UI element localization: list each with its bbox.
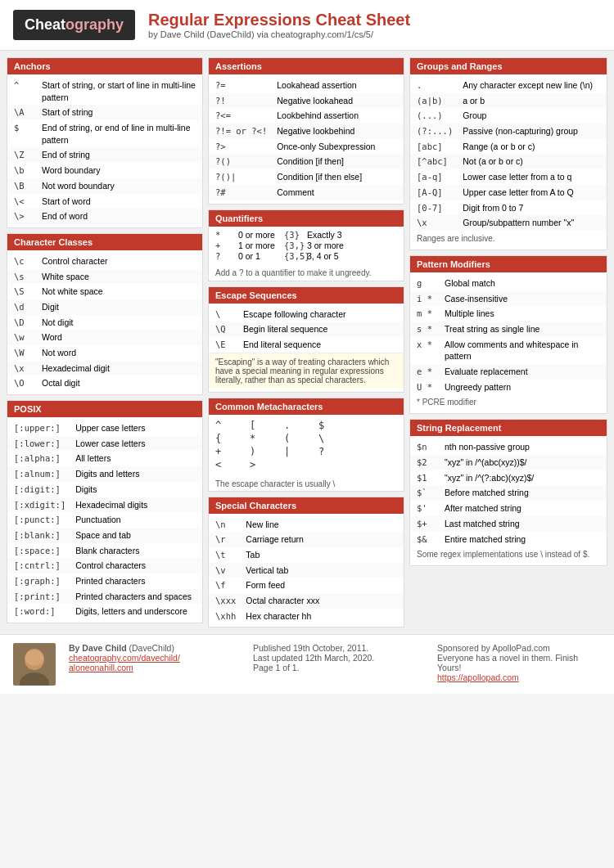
special-chars-body: \nNew line \rCarriage return \tTab \vVer… — [209, 514, 404, 627]
table-row: [:print:]Printed characters and spaces — [7, 589, 202, 605]
table-row: (a|b)a or b — [410, 93, 607, 109]
escape-seq-header: Escape Sequences — [209, 287, 404, 304]
footer-sponsor-text: Everyone has a novel in them. Finish You… — [437, 653, 601, 672]
table-row: ?()Condition [if then] — [209, 154, 404, 169]
pattern-mod-header: Pattern Modifiers — [410, 256, 607, 272]
quantifiers-grid: * 0 or more {3} Exactly 3 + 1 or more {3… — [209, 227, 404, 265]
table-row: ?=Lookahead assertion — [209, 78, 404, 93]
ranges-note: Ranges are inclusive. — [410, 231, 607, 246]
table-row: \rCarriage return — [209, 532, 404, 547]
table-row: (...)Group — [410, 108, 607, 124]
common-meta-section: Common Metacharacters ^ [ . $ { * ( \ + … — [208, 398, 404, 492]
table-row: $+Last matched string — [410, 516, 607, 532]
escape-seq-table: \Escape following character \QBegin lite… — [209, 307, 404, 353]
char-classes-body: \cControl character \sWhite space \SNot … — [7, 250, 202, 394]
table-row: [^abc]Not (a or b or c) — [410, 154, 607, 169]
pattern-mod-section: Pattern Modifiers gGlobal match i *Case-… — [409, 255, 607, 415]
str-rep-note: Some regex implementations use \ instead… — [410, 546, 607, 562]
left-column: Anchors ^Start of string, or start of li… — [7, 57, 203, 627]
footer-sponsor-link[interactable]: https://apollopad.com — [437, 672, 519, 682]
q-row: * 0 or more {3} Exactly 3 — [215, 230, 397, 240]
table-row: \fForm feed — [209, 578, 404, 593]
char-classes-table: \cControl character \sWhite space \SNot … — [7, 254, 202, 391]
page-header: Cheatography Regular Expressions Cheat S… — [0, 0, 614, 51]
table-row: ?!Negative lookahead — [209, 93, 404, 109]
page-title: Regular Expressions Cheat Sheet — [148, 11, 410, 29]
table-row: \sWhite space — [7, 269, 202, 285]
groups-ranges-section: Groups and Ranges .Any character except … — [409, 57, 607, 250]
anchors-section: Anchors ^Start of string, or start of li… — [7, 57, 203, 228]
table-row: [a-q]Lower case letter from a to q — [410, 169, 607, 185]
table-row: \xGroup/subpattern number "x" — [410, 215, 607, 231]
footer-author: By Dave Child (DaveChild) — [69, 643, 240, 653]
table-row: \cControl character — [7, 254, 202, 269]
table-row: \xHexadecimal digit — [7, 361, 202, 376]
meta-row: < > — [215, 459, 397, 470]
groups-ranges-header: Groups and Ranges — [410, 58, 607, 74]
table-row: [0-7]Digit from 0 to 7 — [410, 200, 607, 216]
table-row: ?<=Lookbehind assertion — [209, 108, 404, 124]
special-chars-header: Special Characters — [209, 497, 404, 514]
q-row: ? 0 or 1 {3,5} 3, 4 or 5 — [215, 251, 397, 261]
right-column: Groups and Ranges .Any character except … — [409, 57, 607, 627]
table-row: \xhhHex character hh — [209, 609, 404, 624]
table-row: s *Treat string as single line — [410, 322, 607, 337]
table-row: U *Ungreedy pattern — [410, 380, 607, 395]
table-row: [:word:]Digits, letters and underscore — [7, 604, 202, 619]
main-content: Anchors ^Start of string, or start of li… — [0, 51, 614, 634]
pattern-mod-table: gGlobal match i *Case-insensitive m *Mul… — [410, 276, 607, 395]
table-row: $`Before matched string — [410, 485, 607, 501]
escape-seq-section: Escape Sequences \Escape following chara… — [208, 286, 404, 393]
table-row: \EEnd literal sequence — [209, 337, 404, 353]
avatar-image — [13, 643, 56, 686]
table-row: e *Evaluate replacement — [410, 364, 607, 380]
footer-link-davechild[interactable]: cheatography.com/davechild/ — [69, 653, 180, 663]
pcre-note: * PCRE modifier — [410, 394, 607, 410]
footer-link-aloneonahill[interactable]: aloneonahill.com — [69, 663, 133, 672]
assertions-table: ?=Lookahead assertion ?!Negative lookahe… — [209, 78, 404, 200]
table-row: gGlobal match — [410, 276, 607, 291]
footer-sponsor-section: Sponsored by ApolloPad.com Everyone has … — [437, 643, 601, 682]
quantifiers-note: Add a ? to a quantifier to make it ungre… — [209, 265, 404, 281]
table-row: [:xdigit:]Hexadecimal digits — [7, 497, 202, 513]
table-row: (?:...)Passive (non-capturing) group — [410, 124, 607, 139]
posix-table: [:upper:]Upper case letters [:lower:]Low… — [7, 421, 202, 619]
assertions-body: ?=Lookahead assertion ?!Negative lookahe… — [209, 74, 404, 204]
table-row: [:alpha:]All letters — [7, 451, 202, 466]
table-row: \dDigit — [7, 299, 202, 315]
groups-ranges-table: .Any character except new line (\n) (a|b… — [410, 78, 607, 231]
table-row: [:punct:]Punctuation — [7, 512, 202, 528]
table-row: ?#Comment — [209, 185, 404, 200]
table-row: \OOctal digit — [7, 376, 202, 391]
assertions-section: Assertions ?=Lookahead assertion ?!Negat… — [208, 57, 404, 205]
anchors-table: ^Start of string, or start of line in mu… — [7, 78, 202, 224]
escape-seq-note: "Escaping" is a way of treating characte… — [209, 353, 404, 389]
escape-seq-body: \Escape following character \QBegin lite… — [209, 304, 404, 392]
groups-ranges-body: .Any character except new line (\n) (a|b… — [410, 74, 607, 250]
page-footer: By Dave Child (DaveChild) cheatography.c… — [0, 634, 614, 694]
table-row: ?>Once-only Subexpression — [209, 139, 404, 155]
table-row: $End of string, or end of line in multi-… — [7, 120, 202, 147]
quantifiers-header: Quantifiers — [209, 210, 404, 227]
table-row: ?()|Condition [if then else] — [209, 169, 404, 185]
table-row: \vVertical tab — [209, 563, 404, 578]
anchors-header: Anchors — [7, 58, 202, 74]
table-row: $1"xyz" in /^(?:abc)(xyz)$/ — [410, 470, 607, 486]
page-subtitle: by Dave Child (DaveChild) via cheatograp… — [148, 29, 410, 39]
table-row: \ZEnd of string — [7, 147, 202, 163]
table-row: \bWord boundary — [7, 163, 202, 178]
q-row: + 1 or more {3,} 3 or more — [215, 241, 397, 250]
svg-point-3 — [25, 650, 43, 666]
table-row: \WNot word — [7, 345, 202, 361]
mid-column: Assertions ?=Lookahead assertion ?!Negat… — [208, 57, 404, 627]
table-row: \Escape following character — [209, 307, 404, 322]
table-row: \nNew line — [209, 517, 404, 533]
table-row: [:upper:]Upper case letters — [7, 421, 202, 436]
table-row: [A-Q]Upper case letter from A to Q — [410, 185, 607, 200]
table-row: [:cntrl:]Control characters — [7, 558, 202, 573]
footer-page: Page 1 of 1. — [253, 663, 424, 672]
table-row: $&Entire matched string — [410, 532, 607, 547]
table-row: [:space:]Blank characters — [7, 543, 202, 559]
table-row: \SNot white space — [7, 284, 202, 299]
table-row: \BNot word boundary — [7, 178, 202, 194]
